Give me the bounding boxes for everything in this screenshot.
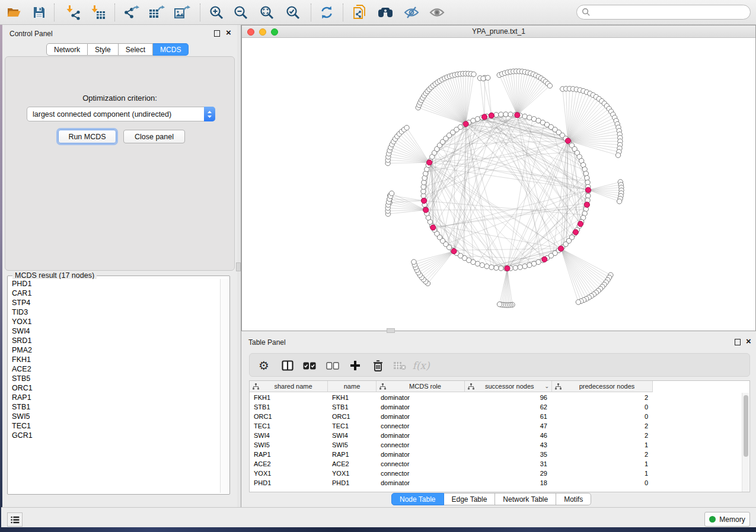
function-builder-button[interactable]: f(x) — [412, 356, 430, 375]
select-all-button[interactable] — [300, 356, 319, 375]
mcds-result-item[interactable]: ACE2 — [9, 364, 221, 374]
table-row[interactable]: ACE2ACE2connector311 — [250, 459, 653, 469]
show-panels-button[interactable] — [7, 512, 23, 527]
table-row[interactable]: FKH1FKH1dominator962 — [250, 393, 653, 402]
refresh-button[interactable] — [317, 2, 337, 23]
tab-style[interactable]: Style — [88, 43, 119, 56]
vertical-splitter-handle[interactable] — [236, 262, 241, 271]
mcds-result-item[interactable]: SWI5 — [9, 412, 221, 421]
desktop-edge-bottom — [0, 527, 756, 532]
import-network-button[interactable] — [63, 2, 84, 23]
mcds-result-item[interactable]: SRD1 — [9, 336, 221, 345]
clone-network-button[interactable] — [349, 2, 369, 23]
window-close-icon[interactable] — [247, 28, 254, 36]
table-cell: 18 — [465, 478, 552, 488]
close-panel-icon[interactable]: × — [226, 27, 231, 39]
search-input[interactable] — [591, 8, 750, 17]
import-table-button[interactable] — [88, 2, 109, 23]
float-panel-icon[interactable] — [214, 30, 220, 37]
table-row[interactable]: STB1STB1dominator620 — [250, 402, 653, 412]
zoom-in-button[interactable] — [206, 2, 227, 23]
table-row[interactable]: SWI5SWI5connector431 — [250, 440, 653, 450]
zoom-out-button[interactable] — [231, 2, 251, 23]
window-minimize-icon[interactable] — [259, 28, 266, 36]
mcds-result-item[interactable]: RAP1 — [9, 393, 221, 402]
mcds-result-item[interactable]: YOX1 — [9, 317, 221, 326]
tab-node-table[interactable]: Node Table — [391, 493, 444, 505]
memory-button[interactable]: Memory — [704, 512, 750, 527]
table-cell: dominator — [377, 412, 465, 421]
tab-motifs[interactable]: Motifs — [556, 493, 591, 505]
table-row[interactable]: TEC1TEC1connector472 — [250, 421, 653, 431]
table-cell: 31 — [465, 459, 552, 469]
tab-mcds[interactable]: MCDS — [153, 43, 189, 56]
mcds-result-item[interactable]: FKH1 — [9, 355, 221, 364]
table-row[interactable]: ORC1ORC1dominator610 — [250, 412, 653, 421]
mcds-result-item[interactable]: GCR1 — [9, 431, 221, 440]
table-scrollbar[interactable] — [742, 393, 749, 492]
tab-edge-table[interactable]: Edge Table — [444, 493, 496, 505]
delete-column-button[interactable] — [368, 356, 387, 375]
mcds-result-item[interactable]: TEC1 — [9, 421, 221, 431]
network-window-titlebar[interactable]: YPA_prune.txt_1 — [242, 25, 755, 38]
table-settings-button[interactable]: ⚙ — [254, 356, 273, 375]
search-network-button[interactable] — [375, 2, 395, 23]
tab-select[interactable]: Select — [119, 43, 153, 56]
table-row[interactable]: YOX1YOX1connector291 — [250, 469, 653, 478]
mcds-result-item[interactable]: CAR1 — [9, 289, 221, 298]
mcds-result-item[interactable]: PHD1 — [9, 279, 221, 289]
horizontal-splitter-handle[interactable] — [387, 328, 395, 333]
table-row[interactable]: RAP1RAP1dominator352 — [250, 450, 653, 459]
close-table-panel-icon[interactable]: × — [746, 335, 751, 347]
deselect-all-button[interactable] — [323, 356, 342, 375]
column-header-shared-name[interactable]: shared name — [250, 381, 328, 392]
zoom-selected-button[interactable] — [283, 2, 303, 23]
table-row[interactable]: SWI4SWI4dominator462 — [250, 431, 653, 440]
optimization-criterion-dropdown[interactable]: largest connected component (undirected) — [27, 107, 215, 121]
mcds-result-item[interactable]: STB5 — [9, 374, 221, 383]
toolbar-separator — [343, 4, 343, 21]
import-table-icon — [91, 5, 106, 20]
open-file-button[interactable] — [4, 2, 24, 23]
toolbar-separator — [54, 4, 55, 21]
eye-icon — [429, 5, 445, 20]
table-scrollbar-thumb[interactable] — [744, 395, 748, 457]
mcds-result-item[interactable]: STB1 — [9, 402, 221, 412]
window-maximize-icon[interactable] — [271, 28, 278, 36]
hide-graphics-details-button[interactable] — [401, 2, 422, 23]
table-row[interactable]: PHD1PHD1dominator180 — [250, 478, 653, 488]
export-image-button[interactable] — [172, 2, 192, 23]
export-network-button[interactable] — [122, 2, 142, 23]
float-table-panel-icon[interactable] — [735, 339, 741, 345]
toolbar-separator — [200, 4, 200, 21]
mcds-result-item[interactable]: PMA2 — [9, 345, 221, 355]
column-header-successor-nodes[interactable]: successor nodes⌄ — [465, 381, 552, 392]
show-graphics-details-button[interactable] — [427, 2, 447, 23]
mcds-result-item[interactable]: TID3 — [9, 307, 221, 317]
create-column-button[interactable] — [346, 356, 365, 375]
save-session-button[interactable] — [29, 2, 49, 23]
tab-network-table[interactable]: Network Table — [495, 493, 556, 505]
mcds-result-list[interactable]: PHD1CAR1STP4TID3YOX1SWI4SRD1PMA2FKH1ACE2… — [9, 279, 221, 493]
column-header-MCDS-role[interactable]: MCDS role — [377, 381, 465, 392]
zoom-fit-button[interactable] — [257, 2, 277, 23]
mcds-result-item[interactable]: ORC1 — [9, 383, 221, 393]
close-panel-button[interactable]: Close panel — [123, 130, 185, 143]
mcds-result-item[interactable]: SWI4 — [9, 326, 221, 336]
delete-table-icon — [393, 361, 406, 370]
show-columns-button[interactable] — [278, 356, 297, 375]
network-canvas[interactable] — [242, 38, 755, 331]
run-mcds-button[interactable]: Run MCDS — [58, 130, 116, 143]
mcds-result-item[interactable]: STP4 — [9, 298, 221, 307]
table-cell: 47 — [465, 421, 552, 431]
export-table-button[interactable] — [146, 2, 167, 23]
columns-icon — [282, 360, 294, 371]
column-namespace-icon — [379, 383, 386, 390]
mcds-result-scrollbar[interactable] — [220, 279, 228, 493]
delete-table-button[interactable] — [390, 356, 409, 375]
node-table[interactable]: shared namenameMCDS rolesuccessor nodes⌄… — [249, 380, 750, 492]
column-header-name[interactable]: name — [328, 381, 377, 392]
tab-network[interactable]: Network — [46, 43, 88, 56]
column-header-predecessor-nodes[interactable]: predecessor nodes — [552, 381, 653, 392]
table-cell: 96 — [465, 393, 552, 402]
